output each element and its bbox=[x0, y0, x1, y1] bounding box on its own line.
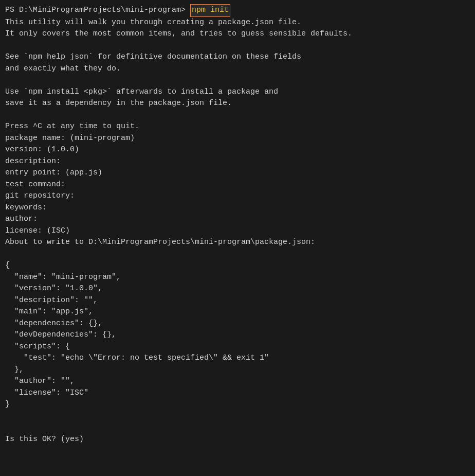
output-is-ok: Is this OK? (yes) bbox=[5, 434, 470, 446]
output-line-11: entry point: (app.js) bbox=[5, 167, 470, 179]
json-close-brace: } bbox=[5, 399, 470, 411]
output-line-7: Press ^C at any time to quit. bbox=[5, 121, 470, 133]
output-line-16: license: (ISC) bbox=[5, 225, 470, 237]
json-dependencies: "dependencies": {}, bbox=[5, 318, 470, 330]
json-open-brace: { bbox=[5, 260, 470, 272]
output-line-15: author: bbox=[5, 214, 470, 225]
json-test: "test": "echo \"Error: no test specified… bbox=[5, 352, 470, 364]
blank-line-2 bbox=[5, 75, 470, 86]
terminal-window: PS D:\MiniProgramProjects\mini-program> … bbox=[0, 0, 475, 476]
output-line-10: description: bbox=[5, 156, 470, 168]
output-line-17: About to write to D:\MiniProgramProjects… bbox=[5, 237, 470, 249]
output-line-3: See `npm help json` for definitive docum… bbox=[5, 51, 470, 63]
json-license: "license": "ISC" bbox=[5, 387, 470, 399]
blank-line-3 bbox=[5, 110, 470, 121]
prompt-line: PS D:\MiniProgramProjects\mini-program> … bbox=[5, 4, 470, 17]
json-main: "main": "app.js", bbox=[5, 306, 470, 318]
output-line-4: and exactly what they do. bbox=[5, 63, 470, 75]
blank-line-1 bbox=[5, 40, 470, 52]
output-line-12: test command: bbox=[5, 179, 470, 191]
json-description: "description": "", bbox=[5, 295, 470, 307]
output-line-9: version: (1.0.0) bbox=[5, 144, 470, 156]
npm-init-command: npm init bbox=[190, 4, 230, 17]
prompt-text: PS D:\MiniProgramProjects\mini-program> bbox=[5, 5, 190, 16]
output-line-5: Use `npm install <pkg>` afterwards to in… bbox=[5, 86, 470, 98]
json-devdependencies: "devDependencies": {}, bbox=[5, 329, 470, 341]
blank-line-5 bbox=[5, 411, 470, 422]
output-line-1: This utility will walk you through creat… bbox=[5, 17, 470, 29]
blank-line-4 bbox=[5, 249, 470, 260]
output-line-8: package name: (mini-program) bbox=[5, 133, 470, 145]
blank-line-6 bbox=[5, 422, 470, 434]
json-scripts: "scripts": { bbox=[5, 341, 470, 353]
output-line-14: keywords: bbox=[5, 202, 470, 214]
output-line-13: git repository: bbox=[5, 190, 470, 202]
json-name: "name": "mini-program", bbox=[5, 272, 470, 284]
json-author: "author": "", bbox=[5, 376, 470, 387]
json-version: "version": "1.0.0", bbox=[5, 283, 470, 295]
output-line-6: save it as a dependency in the package.j… bbox=[5, 98, 470, 110]
json-scripts-close: }, bbox=[5, 364, 470, 376]
output-line-2: It only covers the most common items, an… bbox=[5, 28, 470, 40]
